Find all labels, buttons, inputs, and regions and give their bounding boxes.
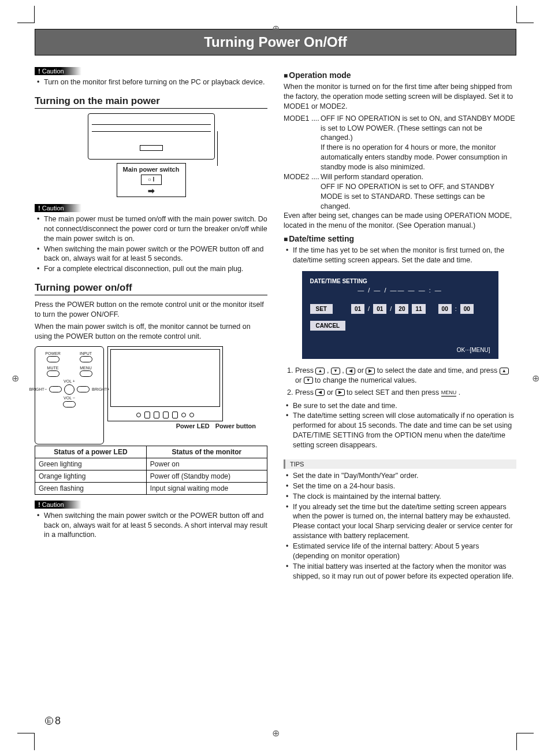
tips-list: Set the date in "Day/Month/Year" order. … [284, 471, 516, 581]
steps-list: Press ▲ , ▼ , ◀ or ▶ to select the date … [284, 366, 516, 398]
day-field[interactable]: 01 [351, 304, 364, 314]
down-icon: ▼ [304, 377, 313, 384]
caution-list: The main power must be turned on/off wit… [35, 214, 267, 274]
list-item: Press ▲ , ▼ , ◀ or ▶ to select the date … [295, 366, 516, 386]
tips-badge: TIPS [284, 459, 516, 469]
list-item: The date/time setting screen will close … [284, 411, 516, 450]
left-icon: ◀ [346, 368, 355, 375]
right-column: Operation mode When the monitor is turne… [284, 67, 516, 587]
table-row: Green lightingPower on [35, 458, 267, 470]
list-item: Turn on the monitor first before turning… [35, 77, 267, 87]
hour-field[interactable]: 00 [438, 304, 452, 314]
right-icon: ▶ [336, 389, 345, 396]
paragraph: When the monitor is turned on for the fi… [284, 82, 516, 112]
month-field[interactable]: 01 [373, 304, 386, 314]
list-item: Be sure to set the date and time. [284, 401, 516, 411]
paragraph: When the main power switch is off, the m… [35, 322, 267, 342]
year1-field[interactable]: 20 [395, 304, 408, 314]
arrow-right-icon: ➡ [118, 186, 184, 195]
page-number: E8 [45, 715, 61, 727]
list-item: The initial battery was inserted at the … [284, 562, 516, 581]
power-led-callout: Power LED [176, 423, 210, 429]
up-icon: ▲ [500, 368, 509, 375]
list-item: If you already set the time but the date… [284, 502, 516, 542]
mode1-row: MODE1 .... OFF IF NO OPERATION is set to… [284, 114, 516, 172]
remote-control-icon: POWER INPUT MUTE MENU VOL + BRIGHT− BRIG… [35, 346, 104, 444]
panel-title: DATE/TIME SETTING [310, 278, 490, 284]
paragraph: Even after being set, changes can be mad… [284, 211, 516, 231]
power-led-icon [136, 413, 141, 417]
caution-badge: Caution [35, 501, 81, 509]
left-column: Caution Turn on the monitor first before… [35, 67, 267, 587]
list-item: Estimated service life of the internal b… [284, 542, 516, 561]
date-time-panel: DATE/TIME SETTING — / — / —— — — : — SET… [302, 271, 498, 359]
list-item: When switching the main power switch or … [35, 244, 267, 264]
table-row: Green flashingInput signal waiting mode [35, 482, 267, 494]
diagram-main-power: Main power switch ○ I ➡ [76, 113, 226, 197]
diagram-remote-monitor: POWER INPUT MUTE MENU VOL + BRIGHT− BRIG… [35, 346, 267, 444]
date-placeholder: — / — / —— — — : — [310, 287, 490, 294]
registration-icon: ⊕ [532, 373, 539, 384]
list-item: For a complete electrical disconnection,… [35, 264, 267, 274]
table-row: Orange lightingPower off (Standby mode) [35, 470, 267, 482]
set-button[interactable]: SET [310, 304, 333, 314]
up-icon: ▲ [315, 368, 325, 375]
caution-badge: Caution [35, 204, 81, 212]
registration-icon: ⊕ [272, 23, 280, 34]
list-item: If the time has yet to be set when the m… [284, 246, 516, 265]
heading-main-power: Turning on the main power [35, 95, 267, 109]
caution-list: When switching the main power switch or … [35, 511, 267, 540]
caution-badge: Caution [35, 67, 81, 75]
heading-power-onoff: Turning power on/off [35, 282, 267, 295]
down-icon: ▼ [331, 368, 340, 375]
right-icon: ▶ [366, 368, 375, 375]
table-header: Status of a power LED [35, 446, 147, 458]
led-status-table: Status of a power LED Status of the moni… [35, 446, 267, 495]
heading-operation-mode: Operation mode [284, 71, 516, 80]
power-button-callout: Power button [215, 423, 256, 429]
heading-date-time: Date/time setting [284, 234, 516, 243]
list-item: Set the date in "Day/Month/Year" order. [284, 471, 516, 481]
mode2-row: MODE2 .... Will perform standard operati… [284, 172, 516, 212]
year2-field[interactable]: 11 [412, 304, 425, 314]
table-header: Status of the monitor [146, 446, 267, 458]
list-item: Set the time on a 24-hour basis. [284, 481, 516, 491]
notes-list: Be sure to set the date and time. The da… [284, 401, 516, 450]
ok-hint: OK···[MENU] [310, 347, 490, 353]
list-item: When switching the main power switch or … [35, 511, 267, 540]
minute-field[interactable]: 00 [460, 304, 474, 314]
registration-icon: ⊕ [272, 728, 280, 739]
list-item: The main power must be turned on/off wit… [35, 214, 267, 244]
left-icon: ◀ [315, 389, 325, 396]
power-switch-icon: ○ I [141, 175, 162, 185]
intro-list: If the time has yet to be set when the m… [284, 246, 516, 265]
monitor-front-icon [107, 346, 223, 421]
main-power-switch-label: Main power switch [123, 166, 180, 173]
cancel-button[interactable]: CANCEL [310, 321, 346, 331]
registration-icon: ⊕ [12, 373, 19, 384]
caution-list: Turn on the monitor first before turning… [35, 77, 267, 87]
list-item: The clock is maintained by the internal … [284, 492, 516, 502]
paragraph: Press the POWER button on the remote con… [35, 300, 267, 320]
menu-icon: MENU [441, 389, 457, 396]
list-item: Press ◀ or ▶ to select SET and then pres… [295, 388, 516, 398]
